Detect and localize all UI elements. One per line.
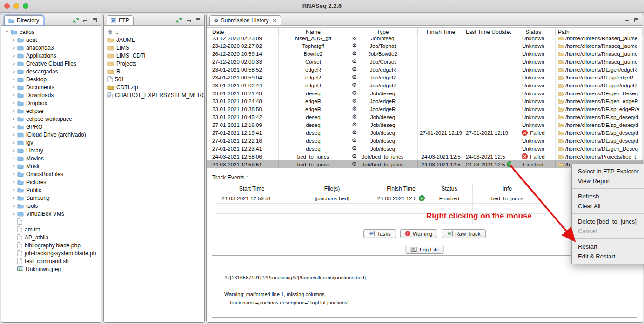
chevron-right-icon[interactable]: › (11, 147, 17, 153)
chevron-right-icon[interactable]: › (11, 76, 17, 82)
refresh-icon[interactable] (175, 16, 183, 24)
column-header[interactable]: Path (556, 28, 643, 36)
chevron-right-icon[interactable]: › (11, 211, 17, 216)
ftp-list-item[interactable]: R (104, 67, 204, 75)
ftp-list-item[interactable]: LIMS (104, 44, 204, 52)
table-row[interactable]: 27-01-2021 12:19:41deseq⚙Job/deseq27-01-… (207, 129, 643, 137)
chevron-right-icon[interactable]: › (11, 92, 17, 98)
menu-item[interactable]: Delete [bed_to_juncs] (572, 217, 644, 226)
maximize-view-icon[interactable] (194, 16, 202, 24)
table-row[interactable]: 27-01-2021 12:22:16deseq⚙Job/deseqUnknow… (207, 137, 643, 145)
table-row[interactable]: 23-01-2021 00:59:04edgeR⚙Job/edgeRUnknow… (207, 73, 643, 81)
log-file-button[interactable]: Log File (405, 245, 444, 254)
table-row[interactable]: 23-12-2020 02:27:02Tophatgff⚙Job/TophatU… (207, 42, 643, 50)
table-row[interactable]: 27-01-2021 12:16:09deseq⚙Job/deseqUnknow… (207, 121, 643, 129)
tab-ftp[interactable]: FTP (107, 15, 134, 25)
menu-item[interactable]: Restart (572, 242, 644, 251)
chevron-right-icon[interactable]: › (11, 203, 17, 208)
table-row[interactable]: 23-01-2021 10:38:50edgeR⚙Job/edgeRUnknow… (207, 105, 643, 113)
table-row[interactable]: 27-01-2021 12:23:41deseq⚙Job/deseqUnknow… (207, 145, 643, 152)
tree-item[interactable]: ›Public (1, 186, 101, 194)
tree-item[interactable]: ›am.tct (1, 225, 101, 233)
table-row[interactable]: 23-12-2020 02:23:09htseq_AUG_gtf⚙Job/hts… (207, 37, 643, 42)
tree-item[interactable]: ›tools (1, 202, 101, 210)
tree-item[interactable]: ›eclipse-workspace (1, 115, 101, 123)
tree-item[interactable]: ›Desktop (1, 75, 101, 83)
minimize-view-icon[interactable] (81, 16, 89, 24)
chevron-right-icon[interactable]: › (11, 116, 17, 121)
column-header[interactable]: Date (207, 28, 279, 36)
table-row[interactable]: 23-01-2021 00:58:52edgeR⚙Job/edgeRUnknow… (207, 66, 643, 73)
ftp-list-item[interactable]: 501 (104, 75, 204, 83)
tree-item[interactable]: ›Music (1, 162, 101, 170)
tree-item[interactable]: ›GPRO (1, 123, 101, 131)
tree-item[interactable]: ›Creative Cloud Files (1, 60, 101, 67)
tree-item[interactable]: ›job-tracking-system.blade.ph (1, 249, 101, 257)
tree-item[interactable]: ›OmicsBoxFiles (1, 170, 101, 178)
log-output-area[interactable]: ##[1616587191]##Processing##[/home/cllor… (212, 255, 637, 318)
chevron-right-icon[interactable]: › (11, 100, 17, 106)
tree-item[interactable]: ›Downloads (1, 91, 101, 99)
column-header[interactable]: Status (511, 28, 556, 36)
tree-item[interactable]: ›Applications (1, 52, 101, 60)
table-row[interactable]: 24-03-2021 12:58:06bed_to_juncs⚙Job/bed_… (207, 152, 643, 160)
chevron-right-icon[interactable]: › (11, 179, 17, 185)
maximize-view-icon[interactable] (632, 16, 640, 24)
close-tab-icon[interactable]: ✕ (272, 18, 276, 24)
chevron-right-icon[interactable]: › (11, 187, 17, 192)
minimize-view-icon[interactable] (623, 16, 631, 24)
menu-item[interactable]: Edit & Restart (572, 251, 644, 261)
tree-item[interactable]: ›iCloud Drive (archivado) (1, 131, 101, 139)
tab-raw-track[interactable]: Raw Track (442, 229, 485, 238)
ftp-list-item[interactable]: LIMS_CDTI (104, 52, 204, 60)
ftp-list-item[interactable]: Projects (104, 60, 204, 67)
chevron-right-icon[interactable]: › (11, 37, 17, 42)
chevron-expanded-icon[interactable]: › (5, 28, 10, 35)
maximize-view-icon[interactable] (90, 16, 99, 24)
column-header[interactable]: Name (279, 28, 348, 36)
refresh-icon[interactable] (72, 16, 80, 24)
column-header[interactable]: Type (348, 28, 418, 36)
tree-item[interactable]: ›aeat (1, 36, 101, 44)
tab-warning[interactable]: !Warning (400, 229, 437, 238)
ftp-file-list[interactable]: ..JAUMELIMSLIMS_CDTIProjectsR501CDTI.zip… (104, 26, 204, 322)
chevron-right-icon[interactable]: › (11, 45, 17, 50)
ftp-list-item[interactable]: CHATBOT_EXPERSYSTEM_MERGEI (104, 91, 204, 99)
column-header[interactable]: Finish Time (418, 28, 464, 36)
menu-item[interactable]: Refresh (572, 192, 644, 201)
minimize-view-icon[interactable] (184, 16, 193, 24)
tree-item[interactable]: ›Movies (1, 154, 101, 162)
ftp-list-item[interactable]: JAUME (104, 36, 204, 44)
table-row[interactable]: 27-12-2020 02:00:33Corset⚙Job/CorsetUnkn… (207, 58, 643, 66)
table-row[interactable]: 23-01-2021 10:45:42deseq⚙Job/deseqUnknow… (207, 113, 643, 121)
tree-item[interactable]: ›descargadas (1, 67, 101, 75)
menu-item[interactable]: View Report (572, 176, 644, 186)
chevron-right-icon[interactable]: › (11, 68, 17, 74)
tree-item[interactable]: ›anaconda3 (1, 44, 101, 52)
chevron-right-icon[interactable]: › (11, 124, 17, 129)
chevron-right-icon[interactable]: › (11, 195, 17, 200)
chevron-right-icon[interactable]: › (11, 171, 17, 177)
ftp-list-item[interactable]: CDTI.zip (104, 83, 204, 91)
submission-table[interactable]: 23-12-2020 02:23:09htseq_AUG_gtf⚙Job/hts… (207, 37, 643, 172)
tree-item[interactable]: ›AP_athila (1, 233, 101, 241)
chevron-right-icon[interactable]: › (11, 60, 17, 66)
directory-tree[interactable]: ›carlos›aeat›anaconda3›Applications›Crea… (1, 26, 101, 322)
table-row[interactable]: 23-01-2021 10:21:48deseq⚙Job/deseqUnknow… (207, 89, 643, 97)
chevron-right-icon[interactable]: › (11, 139, 17, 145)
tree-item[interactable]: ›Documents (1, 83, 101, 91)
menu-item[interactable]: Select In FTP Explorer (572, 166, 644, 176)
chevron-right-icon[interactable]: › (11, 163, 17, 169)
table-row[interactable]: 23-01-2021 01:02:44edgeR⚙Job/edgeRUnknow… (207, 81, 643, 89)
tab-tasks[interactable]: Tasks (363, 229, 396, 238)
column-header[interactable]: Last Time Updated (464, 28, 511, 36)
tab-directory[interactable]: Directory (4, 15, 43, 25)
chevron-right-icon[interactable]: › (11, 84, 17, 90)
tab-submission-history[interactable]: ⚙ Submission History ✕ (209, 15, 281, 25)
tree-item[interactable]: ›Pictures (1, 178, 101, 186)
tree-item[interactable]: ›Library (1, 146, 101, 154)
table-row[interactable]: 23-01-2021 10:24:48edgeR⚙Job/edgeRUnknow… (207, 97, 643, 105)
tree-item[interactable]: › (1, 218, 101, 225)
menu-item[interactable]: Clear All (572, 201, 644, 211)
tree-item[interactable]: ›eclipse (1, 107, 101, 115)
